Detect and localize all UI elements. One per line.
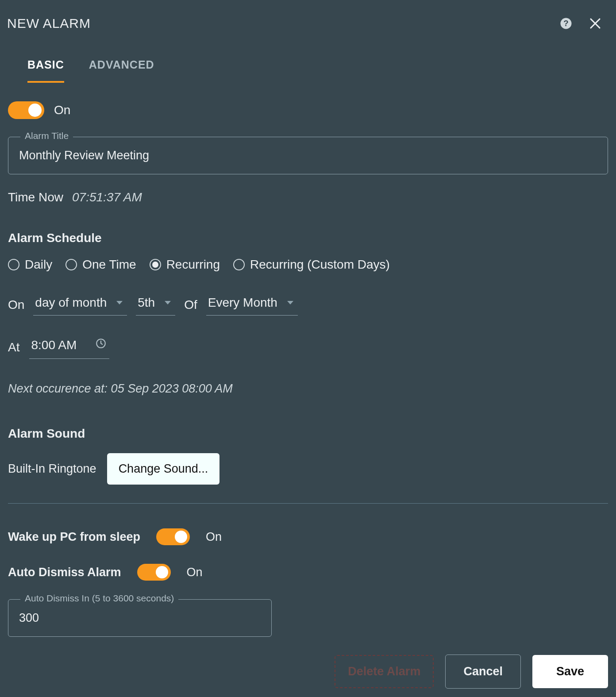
clock-icon bbox=[95, 338, 107, 352]
save-button[interactable]: Save bbox=[532, 655, 608, 688]
chevron-down-icon bbox=[116, 301, 123, 304]
radio-recurring-custom[interactable]: Recurring (Custom Days) bbox=[233, 258, 390, 272]
alarm-enabled-label: On bbox=[54, 103, 70, 117]
ordinal-select[interactable]: 5th bbox=[136, 294, 175, 316]
delete-alarm-button[interactable]: Delete Alarm bbox=[335, 655, 434, 688]
at-time-input[interactable]: 8:00 AM bbox=[29, 336, 109, 359]
chevron-down-icon bbox=[165, 301, 171, 304]
cancel-button[interactable]: Cancel bbox=[445, 655, 521, 689]
chevron-down-icon bbox=[287, 301, 293, 304]
radio-daily[interactable]: Daily bbox=[8, 258, 52, 272]
sound-current: Built-In Ringtone bbox=[8, 462, 96, 476]
next-occurrence-text: Next occurence at: 05 Sep 2023 08:00 AM bbox=[8, 382, 608, 396]
auto-dismiss-field-label: Auto Dismiss In (5 to 3600 seconds) bbox=[20, 593, 178, 604]
auto-dismiss-field: Auto Dismiss In (5 to 3600 seconds) bbox=[8, 599, 272, 637]
period-select[interactable]: Every Month bbox=[206, 294, 298, 316]
tab-advanced[interactable]: ADVANCED bbox=[89, 58, 154, 83]
radio-recurring[interactable]: Recurring bbox=[150, 258, 220, 272]
wake-pc-state: On bbox=[206, 530, 222, 544]
footer-buttons: Delete Alarm Cancel Save bbox=[8, 655, 608, 689]
radio-one-time-label: One Time bbox=[82, 258, 136, 272]
wake-pc-label: Wake up PC from sleep bbox=[8, 530, 140, 544]
at-time-value: 8:00 AM bbox=[31, 338, 77, 352]
at-label: At bbox=[8, 340, 19, 354]
ordinal-value: 5th bbox=[138, 296, 155, 310]
dialog-header: NEW ALARM ? bbox=[7, 7, 609, 36]
auto-dismiss-toggle[interactable] bbox=[137, 564, 171, 581]
alarm-title-field: Alarm Title bbox=[8, 137, 608, 174]
alarm-enabled-toggle[interactable] bbox=[8, 101, 44, 119]
schedule-heading: Alarm Schedule bbox=[8, 231, 608, 245]
radio-daily-label: Daily bbox=[25, 258, 52, 272]
auto-dismiss-label: Auto Dismiss Alarm bbox=[8, 566, 121, 579]
close-icon[interactable] bbox=[589, 17, 602, 30]
radio-recurring-custom-label: Recurring (Custom Days) bbox=[250, 258, 390, 272]
period-value: Every Month bbox=[208, 296, 277, 310]
on-mode-value: day of month bbox=[35, 296, 107, 310]
help-icon[interactable]: ? bbox=[559, 17, 573, 30]
of-label: Of bbox=[184, 298, 197, 312]
radio-recurring-label: Recurring bbox=[166, 258, 220, 272]
tab-basic[interactable]: BASIC bbox=[27, 58, 64, 83]
svg-text:?: ? bbox=[563, 19, 568, 28]
wake-pc-toggle[interactable] bbox=[156, 528, 190, 545]
auto-dismiss-state: On bbox=[187, 566, 203, 579]
schedule-radio-group: Daily One Time Recurring Recurring (Cust… bbox=[8, 258, 608, 272]
on-label: On bbox=[8, 298, 24, 312]
tab-bar: BASIC ADVANCED bbox=[7, 58, 609, 83]
sound-heading: Alarm Sound bbox=[8, 427, 608, 441]
auto-dismiss-input[interactable] bbox=[8, 599, 272, 637]
radio-one-time[interactable]: One Time bbox=[65, 258, 136, 272]
change-sound-button[interactable]: Change Sound... bbox=[107, 453, 220, 485]
time-now-value: 07:51:37 AM bbox=[72, 190, 142, 204]
alarm-title-label: Alarm Title bbox=[20, 131, 73, 141]
divider bbox=[8, 503, 608, 504]
time-now-label: Time Now bbox=[8, 190, 63, 204]
alarm-title-input[interactable] bbox=[8, 137, 608, 174]
on-mode-select[interactable]: day of month bbox=[33, 294, 127, 316]
dialog-title: NEW ALARM bbox=[7, 16, 91, 31]
